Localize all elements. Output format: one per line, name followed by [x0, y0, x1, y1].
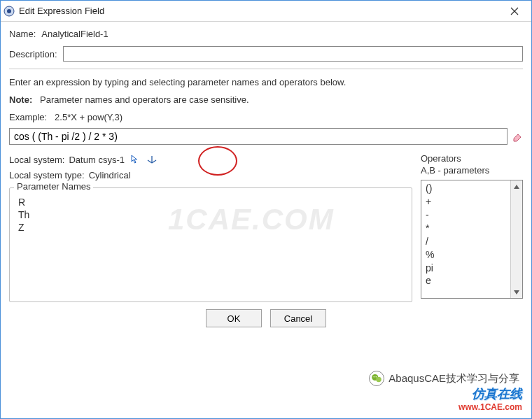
list-item[interactable]: Th — [18, 209, 403, 220]
list-item[interactable]: / — [426, 235, 506, 248]
example-row: Example: 2.5*X + pow(Y,3) — [9, 112, 523, 122]
svg-marker-10 — [514, 290, 519, 294]
svg-marker-4 — [514, 134, 521, 141]
local-system-type-label: Local system type: — [9, 170, 85, 180]
instruction-text: Enter an expression by typing and select… — [9, 76, 523, 89]
operators-subtitle: A,B - parameters — [421, 165, 523, 176]
list-item[interactable]: * — [426, 222, 506, 235]
svg-line-8 — [152, 160, 156, 163]
scroll-track[interactable] — [511, 192, 522, 286]
example-label: Example: — [9, 112, 47, 122]
pick-csys-cursor-icon[interactable] — [129, 153, 141, 166]
expression-input[interactable] — [9, 128, 507, 145]
operators-title: Operators — [421, 153, 523, 164]
brand-overlay: 仿真在线 www.1CAE.com — [458, 387, 522, 412]
list-item[interactable]: - — [426, 208, 506, 222]
eraser-icon[interactable] — [512, 131, 523, 142]
svg-marker-9 — [514, 185, 519, 189]
operators-list: () + - * / % pi e — [421, 180, 523, 299]
svg-line-7 — [148, 160, 152, 163]
list-item[interactable]: + — [426, 195, 506, 208]
list-item[interactable]: pi — [426, 262, 506, 275]
description-label: Description: — [9, 49, 57, 59]
description-input[interactable] — [63, 46, 523, 62]
close-button[interactable] — [500, 2, 528, 20]
note-text: Parameter names and operators are case s… — [40, 94, 248, 105]
list-item[interactable]: () — [426, 182, 506, 195]
local-system-value: Datum csys-1 — [69, 155, 124, 165]
example-text: 2.5*X + pow(Y,3) — [55, 112, 122, 122]
parameter-names-group: Parameter Names R Th Z — [9, 187, 412, 302]
wechat-overlay: AbaqusCAE技术学习与分享 — [366, 369, 522, 388]
parameter-list[interactable]: R Th Z — [14, 194, 407, 297]
scroll-up-icon[interactable] — [511, 180, 522, 192]
brand-url: www.1CAE.com — [458, 402, 522, 412]
list-item[interactable]: R — [18, 197, 403, 208]
separator — [9, 69, 523, 69]
local-system-type-value: Cylindrical — [89, 170, 131, 180]
svg-point-13 — [374, 376, 375, 378]
list-item[interactable]: e — [426, 274, 506, 287]
ok-button[interactable]: OK — [206, 309, 262, 327]
cancel-button[interactable]: Cancel — [270, 309, 326, 327]
wechat-channel-text: AbaqusCAE技术学习与分享 — [388, 372, 519, 385]
note-label: Note: — [9, 94, 32, 105]
csys-axes-icon[interactable] — [146, 153, 158, 166]
scroll-down-icon[interactable] — [511, 286, 522, 298]
brand-cn: 仿真在线 — [458, 387, 522, 402]
wechat-icon — [369, 371, 384, 386]
name-label: Name: — [9, 29, 36, 39]
svg-point-12 — [377, 377, 382, 383]
local-system-label: Local system: — [9, 155, 64, 165]
name-value: AnalyticalField-1 — [41, 29, 108, 39]
parameter-names-title: Parameter Names — [14, 181, 93, 192]
scrollbar[interactable] — [510, 180, 522, 298]
list-item[interactable]: Z — [18, 222, 403, 233]
svg-point-14 — [376, 376, 377, 378]
svg-point-1 — [7, 9, 11, 13]
window-title: Edit Expression Field — [19, 6, 500, 16]
list-item[interactable]: % — [426, 248, 506, 262]
titlebar: Edit Expression Field — [1, 1, 531, 22]
app-icon — [4, 6, 15, 17]
note-row: Note: Parameter names and operators are … — [9, 94, 523, 105]
